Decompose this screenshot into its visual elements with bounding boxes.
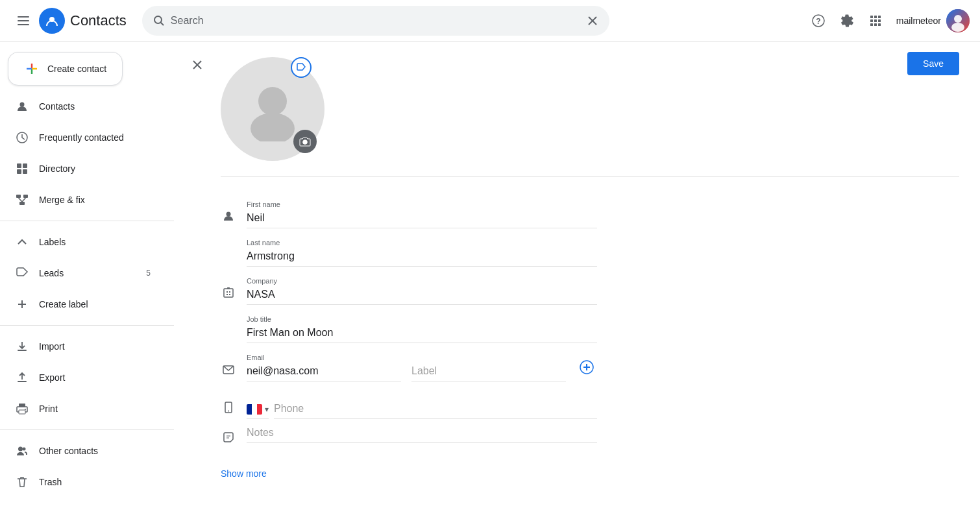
sidebar-item-contacts[interactable]: Contacts bbox=[0, 91, 166, 122]
svg-point-44 bbox=[25, 409, 26, 410]
email-label-input[interactable] bbox=[411, 363, 566, 381]
sidebar-item-print[interactable]: Print bbox=[0, 393, 166, 424]
company-field-wrap: Company bbox=[247, 272, 597, 305]
job-title-row: Job title bbox=[221, 308, 959, 346]
notes-input[interactable] bbox=[247, 424, 597, 443]
svg-rect-14 bbox=[874, 19, 877, 22]
svg-point-53 bbox=[227, 212, 231, 217]
email-icon bbox=[221, 361, 236, 377]
svg-point-45 bbox=[23, 448, 26, 451]
svg-rect-58 bbox=[229, 294, 230, 295]
email-label: Email bbox=[247, 348, 401, 361]
company-input[interactable] bbox=[247, 286, 597, 305]
svg-rect-28 bbox=[17, 163, 21, 168]
create-contact-button[interactable]: Create contact bbox=[8, 52, 123, 86]
form-divider bbox=[221, 176, 959, 177]
svg-rect-34 bbox=[19, 202, 25, 205]
svg-point-50 bbox=[251, 113, 295, 141]
hamburger-button[interactable] bbox=[10, 8, 36, 34]
job-title-field-wrap: Job title bbox=[247, 310, 597, 343]
sidebar-item-leads[interactable]: Leads 5 bbox=[0, 258, 166, 289]
labels-section: Labels Leads 5 bbox=[0, 226, 174, 320]
sidebar-item-directory[interactable]: Directory bbox=[0, 153, 166, 184]
svg-point-26 bbox=[20, 103, 25, 107]
user-info[interactable]: mailmeteor bbox=[896, 9, 970, 32]
svg-rect-33 bbox=[23, 195, 28, 198]
leads-badge: 5 bbox=[146, 269, 151, 278]
save-button[interactable]: Save bbox=[907, 52, 959, 75]
svg-rect-10 bbox=[870, 16, 873, 18]
search-input-wrap bbox=[142, 6, 609, 36]
notes-field-wrap bbox=[247, 424, 597, 443]
labels-header[interactable]: Labels bbox=[0, 226, 166, 258]
first-name-label: First name bbox=[247, 195, 597, 208]
create-contact-plus-icon bbox=[24, 61, 40, 77]
notes-icon bbox=[221, 429, 236, 445]
svg-point-20 bbox=[954, 15, 962, 23]
last-name-field-wrap: Last name bbox=[247, 234, 597, 267]
phone-input-group: ▾ bbox=[247, 400, 597, 419]
svg-rect-11 bbox=[874, 16, 877, 18]
sidebar-frequently-contacted-label: Frequently contacted bbox=[39, 132, 124, 143]
content-area: Save First name bbox=[174, 42, 980, 519]
job-title-label: Job title bbox=[247, 310, 597, 323]
france-flag bbox=[247, 404, 262, 415]
svg-rect-55 bbox=[227, 291, 228, 293]
sidebar-item-import[interactable]: Import bbox=[0, 331, 166, 362]
svg-rect-12 bbox=[878, 16, 881, 18]
notes-row bbox=[221, 422, 959, 448]
svg-rect-32 bbox=[16, 195, 21, 198]
phone-input[interactable] bbox=[274, 400, 597, 419]
sidebar-item-other-contacts[interactable]: Other contacts bbox=[0, 435, 166, 466]
sidebar-merge-fix-label: Merge & fix bbox=[39, 195, 85, 205]
svg-rect-39 bbox=[18, 350, 27, 351]
svg-rect-18 bbox=[878, 23, 881, 26]
contact-editor: Save First name bbox=[174, 42, 980, 494]
sidebar-item-export[interactable]: Export bbox=[0, 362, 166, 393]
phone-flag-selector[interactable]: ▾ bbox=[247, 402, 269, 419]
svg-rect-1 bbox=[18, 20, 29, 21]
trash-icon bbox=[16, 476, 29, 489]
sidebar: Create contact Contacts bbox=[0, 42, 174, 519]
sidebar-item-create-label[interactable]: Create label bbox=[0, 289, 166, 320]
last-name-label: Last name bbox=[247, 234, 597, 247]
label-icon bbox=[16, 267, 29, 280]
close-editor-button[interactable] bbox=[184, 52, 210, 78]
person-field-icon bbox=[221, 208, 236, 224]
first-name-row: First name bbox=[221, 193, 959, 231]
last-name-input[interactable] bbox=[247, 248, 597, 267]
user-email: mailmeteor bbox=[896, 16, 941, 26]
show-more-button[interactable]: Show more bbox=[221, 463, 267, 484]
company-label: Company bbox=[247, 272, 597, 285]
help-button[interactable]: ? bbox=[805, 8, 831, 34]
svg-rect-59 bbox=[227, 287, 230, 289]
svg-line-5 bbox=[160, 22, 164, 25]
svg-point-64 bbox=[228, 411, 229, 412]
email-input[interactable] bbox=[247, 363, 401, 381]
other-contacts-label: Other contacts bbox=[39, 446, 98, 456]
first-name-input[interactable] bbox=[247, 210, 597, 228]
apps-button[interactable] bbox=[863, 8, 888, 34]
job-title-input[interactable] bbox=[247, 324, 597, 343]
export-icon bbox=[16, 371, 29, 384]
sidebar-divider-1 bbox=[0, 221, 174, 221]
sidebar-item-frequently-contacted[interactable]: Frequently contacted bbox=[0, 122, 166, 153]
create-contact-label: Create contact bbox=[47, 64, 106, 74]
svg-rect-54 bbox=[224, 289, 233, 297]
sidebar-item-trash[interactable]: Trash bbox=[0, 466, 166, 498]
trash-label: Trash bbox=[39, 477, 62, 487]
email-add-button[interactable] bbox=[576, 357, 597, 378]
svg-rect-43 bbox=[19, 410, 25, 414]
clear-search-button[interactable] bbox=[586, 14, 599, 27]
sidebar-item-merge-fix[interactable]: Merge & fix bbox=[0, 184, 166, 215]
settings-button[interactable] bbox=[834, 8, 860, 34]
svg-text:?: ? bbox=[816, 17, 820, 26]
app-container: Contacts bbox=[0, 0, 980, 519]
svg-line-35 bbox=[19, 198, 23, 202]
label-badge-icon[interactable] bbox=[291, 57, 312, 78]
search-input[interactable] bbox=[171, 15, 581, 27]
last-name-spacer-icon bbox=[221, 247, 236, 262]
email-field-wrap: Email bbox=[247, 348, 401, 381]
print-icon bbox=[16, 402, 29, 415]
job-title-spacer-icon bbox=[221, 323, 236, 339]
